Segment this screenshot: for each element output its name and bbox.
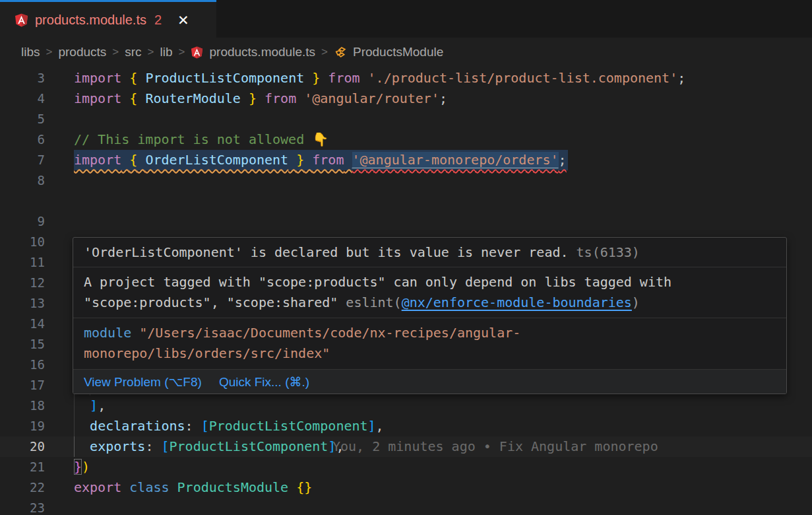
- code-token: 👇: [312, 131, 328, 147]
- angular-file-icon: [15, 13, 28, 27]
- view-problem-button[interactable]: View Problem (⌥F8): [84, 372, 202, 392]
- line-number: 8: [0, 170, 45, 191]
- breadcrumb-item-libs[interactable]: libs: [21, 45, 40, 59]
- code-line: 9: [0, 211, 812, 232]
- code-token: [74, 418, 90, 434]
- code-line-content[interactable]: ],: [74, 395, 106, 416]
- tab-problem-count: 2: [154, 13, 162, 28]
- code-token: [304, 70, 312, 86]
- code-token: declarations: [90, 418, 185, 434]
- code-token: import: [74, 90, 121, 106]
- indent-guide: [74, 395, 75, 416]
- code-line: 3import { ProductListComponent } from '.…: [0, 68, 812, 88]
- code-token: }: [249, 90, 257, 106]
- code-token: [121, 152, 129, 168]
- code-token: :: [185, 418, 193, 434]
- chevron-right-icon: >: [112, 46, 119, 59]
- code-token: ProductsModule: [177, 479, 289, 495]
- code-token: ]: [90, 397, 98, 413]
- code-token: '@angular/router': [304, 90, 439, 106]
- code-token: [360, 70, 368, 86]
- code-token: [257, 90, 265, 106]
- line-number: 22: [0, 477, 45, 498]
- code-token: from: [265, 90, 296, 106]
- code-line: 4import { RouterModule } from '@angular/…: [0, 88, 812, 109]
- code-token: }: [74, 459, 82, 475]
- breadcrumb-item-symbol[interactable]: ProductsModule: [353, 45, 443, 59]
- breadcrumb-item-products[interactable]: products: [58, 45, 106, 59]
- code-line-content[interactable]: export class ProductsModule {}: [74, 477, 312, 498]
- code-token: import: [74, 70, 121, 86]
- code-token: [121, 70, 129, 86]
- quick-fix-button[interactable]: Quick Fix... (⌘.): [219, 372, 309, 392]
- code-token: ;: [559, 152, 567, 168]
- code-token: {}: [296, 479, 312, 495]
- code-token: from: [328, 70, 359, 86]
- chevron-right-icon: >: [148, 46, 154, 59]
- line-number: 20: [0, 436, 45, 457]
- line-number: 14: [0, 314, 45, 334]
- code-token: [153, 438, 161, 454]
- code-token: [137, 70, 145, 86]
- hover-diagnostics-popup: 'OrderListComponent' is declared but its…: [73, 237, 787, 394]
- code-line: 23: [0, 498, 812, 515]
- code-line: 21}): [0, 457, 812, 477]
- breadcrumb-item-src[interactable]: src: [125, 45, 141, 59]
- code-token: ProductListComponent: [170, 438, 328, 454]
- code-line-content[interactable]: // This import is not allowed 👇: [74, 129, 328, 150]
- indent-guide: [74, 416, 75, 436]
- code-line: 20 exports: [ProductListComponent],You, …: [0, 436, 812, 457]
- line-number: 7: [0, 150, 45, 170]
- hover-status-bar: View Problem (⌥F8) Quick Fix... (⌘.): [73, 369, 786, 394]
- code-editor[interactable]: 3import { ProductListComponent } from '.…: [0, 67, 812, 515]
- tab-strip: products.module.ts 2 ✕: [0, 0, 812, 38]
- code-token: [137, 90, 145, 106]
- code-token: [121, 479, 129, 495]
- code-token: [344, 152, 352, 168]
- line-number: 16: [0, 355, 45, 375]
- code-line: 5: [0, 109, 812, 129]
- class-symbol-icon: [334, 46, 347, 59]
- line-number: 3: [0, 68, 45, 88]
- angular-file-icon: [191, 46, 203, 59]
- code-line: 8: [0, 170, 812, 191]
- diagnostic-ts-message: 'OrderListComponent' is declared but its…: [73, 238, 786, 267]
- code-token: '@angular-monorepo/orders': [352, 152, 559, 168]
- breadcrumb-item-lib[interactable]: lib: [160, 45, 173, 59]
- code-token: [320, 70, 328, 86]
- close-icon[interactable]: ✕: [177, 13, 189, 27]
- code-token: }: [296, 152, 304, 168]
- code-line: 7import { OrderListComponent } from '@an…: [0, 150, 812, 170]
- code-line: 18 ],: [0, 395, 812, 416]
- code-line-content[interactable]: import { RouterModule } from '@angular/r…: [74, 88, 447, 109]
- code-token: ProductListComponent: [209, 418, 368, 434]
- code-line-content[interactable]: exports: [ProductListComponent],: [74, 436, 344, 457]
- code-line: 22export class ProductsModule {}: [0, 477, 812, 498]
- code-line-content[interactable]: import { OrderListComponent } from '@ang…: [74, 150, 568, 170]
- line-number: 21: [0, 457, 45, 477]
- line-number: 15: [0, 334, 45, 355]
- tab-products-module[interactable]: products.module.ts 2 ✕: [0, 0, 216, 38]
- code-token: ProductListComponent: [145, 70, 304, 86]
- breadcrumb-item-file[interactable]: products.module.ts: [209, 45, 315, 59]
- code-line-content[interactable]: }): [74, 457, 90, 477]
- eslint-message-line2: "scope:products", "scope:shared" eslint(…: [84, 292, 777, 313]
- code-line-content[interactable]: import { ProductListComponent } from './…: [74, 68, 685, 88]
- eslint-message-line1: A project tagged with "scope:products" c…: [84, 272, 777, 292]
- chevron-right-icon: >: [46, 46, 53, 59]
- line-number: 11: [0, 252, 45, 273]
- chevron-right-icon: >: [179, 46, 185, 59]
- diagnostic-text: 'OrderListComponent' is declared but its…: [84, 244, 569, 260]
- code-token: ]: [368, 418, 376, 434]
- code-line-content[interactable]: declarations: [ProductListComponent],: [74, 416, 384, 436]
- code-token: ,: [98, 397, 106, 413]
- code-token: [296, 90, 304, 106]
- code-token: {: [129, 152, 137, 168]
- module-path-line2: monorepo/libs/orders/src/index": [84, 343, 777, 364]
- eslint-rule-link[interactable]: @nx/enforce-module-boundaries: [402, 294, 632, 310]
- code-token: './product-list/product-list.component': [368, 70, 678, 86]
- code-token: [288, 152, 296, 168]
- code-token: ;: [677, 70, 685, 86]
- code-line: 6// This import is not allowed 👇: [0, 129, 812, 150]
- module-path-info: module "/Users/isaac/Documents/code/nx-r…: [73, 318, 786, 369]
